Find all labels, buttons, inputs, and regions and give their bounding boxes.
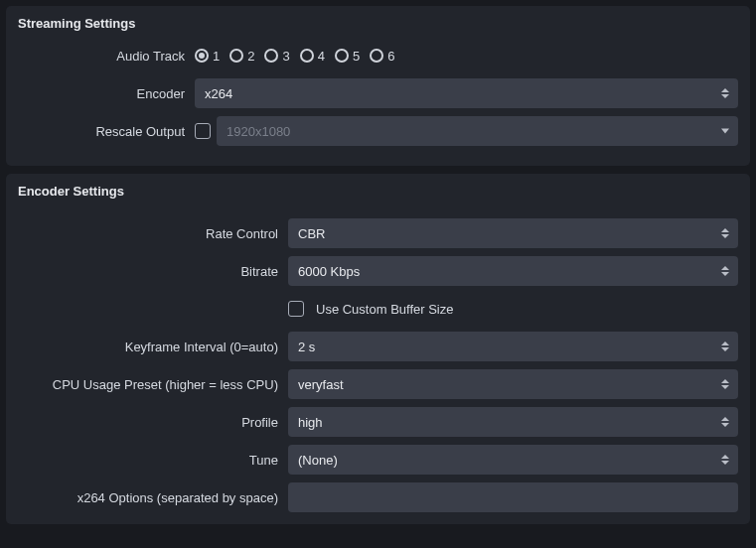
custom-buffer-checkbox[interactable]: [288, 301, 304, 317]
rate-control-value: CBR: [298, 226, 325, 241]
chevron-updown-icon: [718, 338, 732, 355]
encoder-select-value: x264: [205, 86, 232, 101]
audio-track-radio-5-label[interactable]: 5: [353, 49, 360, 64]
audio-track-radio-4[interactable]: [300, 49, 314, 63]
rescale-output-checkbox[interactable]: [195, 123, 211, 139]
cpu-preset-label: CPU Usage Preset (higher = less CPU): [18, 377, 288, 392]
tune-label: Tune: [18, 453, 288, 468]
encoder-select[interactable]: x264: [195, 78, 738, 108]
rate-control-select[interactable]: CBR: [288, 218, 738, 248]
tune-select[interactable]: (None): [288, 445, 738, 475]
rescale-output-label: Rescale Output: [18, 124, 195, 139]
keyframe-value: 2 s: [298, 340, 315, 354]
bitrate-label: Bitrate: [18, 264, 288, 279]
chevron-updown-icon: [718, 84, 732, 102]
audio-track-radio-6[interactable]: [370, 49, 383, 63]
audio-track-radio-6-label[interactable]: 6: [387, 49, 394, 64]
chevron-updown-icon: [718, 413, 732, 431]
audio-track-radio-3[interactable]: [264, 49, 278, 63]
profile-label: Profile: [18, 415, 288, 430]
profile-select[interactable]: high: [288, 407, 738, 437]
audio-track-radio-group: 1 2 3 4 5 6: [195, 49, 738, 64]
cpu-preset-value: veryfast: [298, 377, 344, 392]
audio-track-radio-1[interactable]: [195, 49, 209, 63]
chevron-down-icon: [721, 129, 729, 134]
bitrate-spinbox[interactable]: 6000 Kbps: [288, 256, 738, 286]
streaming-settings-panel: Streaming Settings Audio Track 1 2 3 4: [6, 6, 750, 166]
audio-track-label: Audio Track: [18, 49, 195, 64]
custom-buffer-label[interactable]: Use Custom Buffer Size: [316, 302, 453, 317]
chevron-updown-icon: [718, 262, 732, 280]
rescale-output-dropdown[interactable]: 1920x1080: [217, 116, 738, 146]
audio-track-radio-5[interactable]: [335, 49, 349, 63]
audio-track-radio-2-label[interactable]: 2: [247, 49, 254, 64]
chevron-updown-icon: [718, 451, 732, 469]
rate-control-label: Rate Control: [18, 226, 288, 241]
encoder-settings-panel: Encoder Settings Rate Control CBR Bitrat…: [6, 174, 750, 524]
rescale-output-value: 1920x1080: [227, 124, 290, 139]
cpu-preset-select[interactable]: veryfast: [288, 369, 738, 399]
audio-track-radio-2[interactable]: [229, 49, 243, 63]
chevron-updown-icon: [718, 224, 732, 242]
audio-track-radio-1-label[interactable]: 1: [213, 49, 220, 64]
audio-track-radio-3-label[interactable]: 3: [282, 49, 289, 64]
chevron-updown-icon: [718, 375, 732, 393]
bitrate-value: 6000 Kbps: [298, 264, 360, 279]
x264-options-input[interactable]: [288, 482, 738, 512]
profile-value: high: [298, 415, 323, 430]
encoder-label: Encoder: [18, 86, 195, 101]
keyframe-label: Keyframe Interval (0=auto): [18, 340, 288, 354]
streaming-settings-title: Streaming Settings: [18, 16, 738, 31]
tune-value: (None): [298, 453, 338, 468]
keyframe-spinbox[interactable]: 2 s: [288, 332, 738, 361]
x264-options-label: x264 Options (separated by space): [18, 490, 288, 505]
audio-track-radio-4-label[interactable]: 4: [318, 49, 325, 64]
encoder-settings-title: Encoder Settings: [18, 184, 738, 199]
